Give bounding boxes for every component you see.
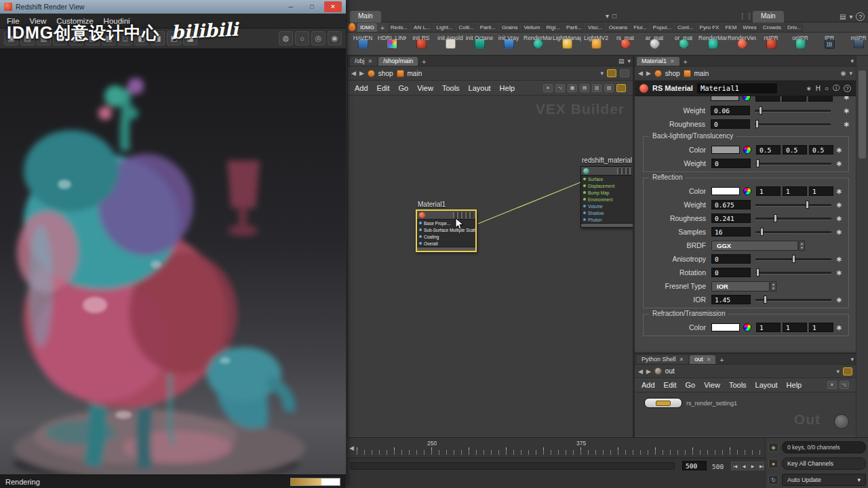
input-connector[interactable] bbox=[583, 198, 586, 201]
node-name-field[interactable]: Material1 bbox=[697, 83, 777, 94]
gear-icon[interactable]: ∗ bbox=[806, 85, 811, 92]
shelf-tool[interactable]: rs_mat bbox=[611, 39, 639, 49]
shelf-tab[interactable]: AN L... bbox=[411, 23, 433, 32]
shelf-tool[interactable]: RenderMan bbox=[524, 39, 552, 49]
menu-view[interactable]: View bbox=[704, 381, 720, 389]
shelf-tool[interactable]: RenderView bbox=[728, 39, 756, 49]
color-field-r[interactable]: 1 bbox=[756, 186, 781, 196]
anisotropy-slider[interactable] bbox=[755, 254, 831, 264]
color-field-b[interactable]: 1 bbox=[809, 186, 833, 196]
add-tab-icon[interactable]: + bbox=[717, 357, 726, 364]
grid-view-icon-3[interactable]: ▥ bbox=[592, 84, 601, 92]
menu-edit[interactable]: Edit bbox=[664, 381, 677, 389]
menu-go[interactable]: Go bbox=[686, 381, 696, 389]
close-button[interactable]: ✕ bbox=[324, 1, 342, 12]
play-forward-icon[interactable]: ▶ bbox=[749, 462, 757, 470]
node-row[interactable]: Volume bbox=[581, 203, 633, 209]
param-menu-icon[interactable]: ∗ bbox=[836, 268, 842, 277]
color-field-b[interactable]: 1 bbox=[809, 323, 833, 332]
shelf-tool[interactable]: LightMV2 bbox=[582, 39, 610, 49]
render-viewport[interactable] bbox=[0, 49, 346, 474]
pane-split-icon[interactable]: ▾ bbox=[606, 12, 609, 20]
samples-field[interactable]: 16 bbox=[711, 227, 751, 237]
shelf-tool[interactable]: RenderMan Preset Brow... bbox=[698, 39, 727, 49]
add-tab-icon[interactable]: + bbox=[681, 58, 690, 66]
parameter-scrollbar[interactable] bbox=[856, 56, 868, 437]
input-connector[interactable] bbox=[583, 178, 586, 180]
path-segment-out[interactable]: out bbox=[665, 367, 675, 375]
forward-icon[interactable]: ▶ bbox=[359, 70, 364, 77]
snapshot-icon[interactable] bbox=[607, 69, 616, 77]
stepper-icon[interactable]: ▲▼ bbox=[799, 241, 805, 251]
anisotropy-field[interactable]: 0 bbox=[711, 254, 751, 264]
shelf-tool[interactable]: oriIPR bbox=[786, 39, 814, 49]
param-menu-icon[interactable]: ∗ bbox=[836, 323, 842, 332]
tree-view-icon[interactable]: ⌥ bbox=[840, 381, 849, 389]
color-wheel-icon[interactable] bbox=[743, 187, 751, 195]
shelf-tab[interactable]: Cont... bbox=[675, 23, 696, 32]
shelf-tab[interactable]: Oceans bbox=[606, 23, 631, 32]
menu-edit[interactable]: Edit bbox=[377, 84, 390, 92]
out-canvas[interactable]: rs_render_setting1 Out bbox=[635, 392, 856, 436]
path-chevron-icon[interactable]: ▾ bbox=[600, 70, 604, 77]
chevron-down-icon[interactable]: ▾ bbox=[627, 58, 631, 64]
scrollbar-thumb[interactable] bbox=[859, 70, 866, 159]
param-menu-icon[interactable]: ∗ bbox=[844, 106, 850, 115]
shelf-tool[interactable]: init Octane bbox=[465, 39, 494, 49]
material1-node[interactable]: Material1 Base Prope... Sub-Surface Mult… bbox=[416, 209, 477, 252]
input-connector[interactable] bbox=[419, 235, 422, 238]
play-reverse-icon[interactable]: ◀ bbox=[740, 462, 748, 470]
shelf-tab[interactable]: Flui... bbox=[631, 23, 650, 32]
color-wheel-icon[interactable] bbox=[743, 146, 751, 154]
shelf-tool[interactable]: or_mat bbox=[669, 39, 698, 49]
node-row[interactable]: Photon bbox=[581, 216, 633, 223]
node-row[interactable]: Overall bbox=[417, 240, 475, 247]
input-connector[interactable] bbox=[583, 205, 586, 207]
shelf-tool[interactable]: )))IPR bbox=[815, 39, 844, 49]
shelf-tool[interactable]: rsIPR bbox=[757, 39, 785, 49]
shelf-tab[interactable]: Pyro FX bbox=[697, 23, 722, 32]
key-all-channels-button[interactable]: Key All Channels bbox=[782, 458, 866, 470]
path-segment-shop[interactable]: shop bbox=[665, 70, 680, 77]
channel-scope-icon[interactable]: ◈ bbox=[768, 443, 778, 452]
shelf-add-tab-icon[interactable]: + bbox=[378, 24, 387, 32]
settings-icon[interactable]: ◉ bbox=[328, 31, 342, 45]
shelf-tool[interactable]: HAVEN bbox=[349, 39, 377, 49]
menu-go[interactable]: Go bbox=[399, 84, 409, 92]
rs-render-setting-node[interactable]: rs_render_setting1 bbox=[644, 398, 737, 408]
brdf-dropdown[interactable]: GGX bbox=[711, 241, 798, 251]
pane-grid-icon[interactable]: ▤ bbox=[840, 13, 846, 20]
grid-view-icon-4[interactable]: ▨ bbox=[604, 84, 614, 92]
shelf-tab[interactable]: Rigi... bbox=[543, 23, 562, 32]
menu-layout[interactable]: Layout bbox=[755, 381, 778, 389]
menu-help[interactable]: Help bbox=[500, 84, 515, 92]
network-canvas[interactable]: VEX Builder Material1 Base Prope... Sub-… bbox=[348, 96, 633, 436]
back-icon[interactable]: ◀ bbox=[351, 70, 356, 77]
input-connector[interactable] bbox=[583, 184, 586, 187]
window-title-bar[interactable]: Redshift Render View ─ □ ✕ bbox=[0, 0, 346, 14]
current-frame-field[interactable]: 500 bbox=[682, 461, 707, 470]
menu-add[interactable]: Add bbox=[355, 84, 368, 92]
path-segment-main[interactable]: main bbox=[694, 70, 709, 77]
path-segment-shop[interactable]: shop bbox=[378, 70, 393, 77]
node-row[interactable]: Environment bbox=[581, 196, 633, 203]
param-menu-icon[interactable]: ∗ bbox=[836, 201, 842, 209]
param-menu-icon[interactable]: ∗ bbox=[836, 146, 842, 155]
grid-view-icon-1[interactable]: ▦ bbox=[568, 84, 577, 92]
lock-icon[interactable]: ◍ bbox=[279, 31, 293, 45]
menu-tools[interactable]: Tools bbox=[729, 381, 747, 389]
shelf-tab[interactable]: Visc... bbox=[585, 23, 606, 32]
snapshot-icon[interactable] bbox=[843, 367, 852, 375]
network-tab-shop-main[interactable]: /shop/main bbox=[378, 57, 418, 66]
shelf-tool[interactable]: miIPR bbox=[844, 39, 868, 49]
shelf-tab[interactable]: Wires bbox=[740, 23, 759, 32]
input-connector[interactable] bbox=[419, 222, 422, 224]
color-swatch[interactable] bbox=[711, 323, 740, 331]
right-pane-tab-main[interactable]: Main bbox=[753, 11, 784, 22]
color-field-g[interactable]: 0.5 bbox=[783, 145, 807, 155]
samples-slider[interactable] bbox=[755, 227, 831, 237]
bl-weight-slider[interactable] bbox=[755, 159, 831, 168]
path-pin-icon[interactable] bbox=[620, 69, 629, 77]
rotation-field[interactable]: 0 bbox=[711, 268, 751, 277]
close-icon[interactable]: ✕ bbox=[670, 58, 675, 64]
